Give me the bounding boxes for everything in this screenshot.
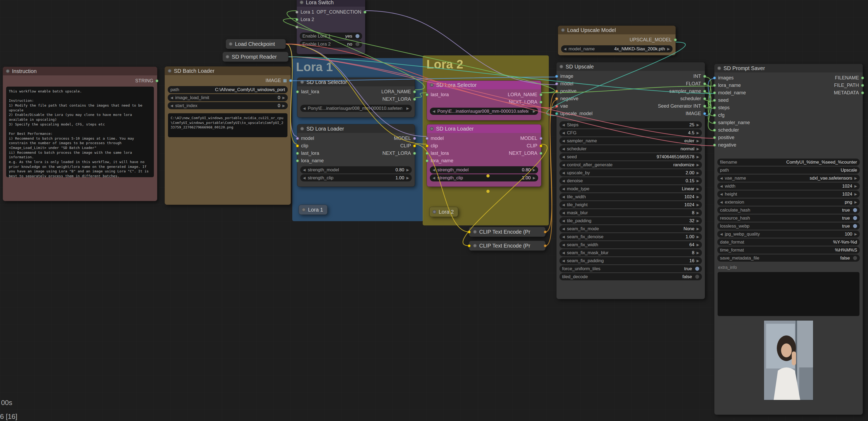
widget-width[interactable]: ◀width1024▶ — [717, 183, 860, 190]
widget-calculate_hash[interactable]: calculate_hashtrue — [717, 206, 860, 214]
stepper-left-arrow[interactable]: ◀ — [303, 176, 306, 180]
input-port-images[interactable] — [713, 76, 716, 79]
collapse-icon[interactable] — [226, 55, 229, 59]
toggle-knob[interactable] — [853, 216, 857, 220]
node-sd-batch-loader[interactable]: SD Batch Loader IMAGE▦ pathC:\AI\new_Com… — [164, 66, 291, 205]
output-port-FILE_PATH[interactable] — [861, 84, 864, 87]
widget-tiled_decode[interactable]: tiled_decodefalse — [559, 273, 702, 280]
widget-seed[interactable]: ◀seed974064651665578▶ — [559, 153, 702, 160]
stepper-left-arrow[interactable]: ◀ — [562, 123, 565, 127]
stepper-left-arrow[interactable]: ◀ — [562, 187, 565, 191]
widget-mask_blur[interactable]: ◀mask_blur8▶ — [559, 209, 702, 216]
input-port-image[interactable] — [555, 75, 558, 78]
stepper-left-arrow[interactable]: ◀ — [170, 104, 173, 108]
stepper-right-arrow[interactable]: ▶ — [696, 203, 699, 207]
widget-seam_fix_mask_blur[interactable]: ◀seam_fix_mask_blur8▶ — [559, 249, 702, 256]
stepper-left-arrow[interactable]: ◀ — [564, 47, 566, 51]
stepper-left-arrow[interactable]: ◀ — [562, 163, 565, 167]
stepper-left-arrow[interactable]: ◀ — [562, 243, 565, 247]
stepper-left-arrow[interactable]: ◀ — [433, 109, 435, 113]
node-sd-lora-loader-2[interactable]: SD Lora Loader modelMODELclipCLIPlast_lo… — [427, 124, 541, 187]
stepper-left-arrow[interactable]: ◀ — [720, 184, 723, 188]
node-sd-upscale[interactable]: SD Upscale imageINTmodelFLOATpositivesam… — [556, 62, 705, 299]
widget-image_load_limit[interactable]: ◀image_load_limit0▶ — [168, 94, 288, 101]
widget-jpg_webp_quality[interactable]: ◀jpg_webp_quality100▶ — [717, 230, 860, 238]
stepper-right-arrow[interactable]: ▶ — [696, 163, 699, 167]
widget-time_format[interactable]: time_format%H%M%S — [717, 247, 860, 254]
stepper-right-arrow[interactable]: ▶ — [855, 176, 857, 180]
input-port-last_lora[interactable] — [296, 152, 299, 155]
stepper-right-arrow[interactable]: ▶ — [696, 259, 699, 263]
widget-Enable Lora 1[interactable]: Enable Lora 1yes — [300, 33, 362, 40]
stepper-right-arrow[interactable]: ▶ — [855, 184, 857, 188]
output-port-UPSCALE_MODEL[interactable] — [674, 38, 677, 41]
output-port-LORA_NAME[interactable] — [413, 90, 416, 93]
stepper-left-arrow[interactable]: ◀ — [562, 147, 565, 151]
input-port-Lora 1[interactable] — [296, 11, 299, 13]
input-port-Lora 2[interactable] — [296, 18, 299, 21]
widget-scheduler[interactable]: ◀schedulernormal▶ — [559, 145, 702, 153]
collapse-icon[interactable] — [300, 1, 304, 4]
collapse-icon[interactable] — [6, 69, 9, 73]
stepper-right-arrow[interactable]: ▶ — [855, 192, 857, 196]
toggle-knob[interactable] — [853, 224, 857, 228]
widget-seam_fix_mode[interactable]: ◀seam_fix_modeNone▶ — [559, 225, 702, 232]
output-port-NEXT_LORA[interactable] — [539, 101, 542, 104]
input-port-scheduler[interactable] — [713, 129, 716, 132]
collapse-icon[interactable] — [559, 65, 563, 68]
input-port-positive[interactable] — [555, 90, 558, 93]
stepper-left-arrow[interactable]: ◀ — [562, 139, 565, 143]
node-sd-prompt-saver[interactable]: SD Prompt Saver imagesFILENAMElora_nameF… — [714, 64, 863, 415]
widget-model_name[interactable]: ◀model_name4x_NMKD-Siax_200k.pth▶ — [561, 45, 673, 53]
widget-denoise[interactable]: ◀denoise0.15▶ — [559, 177, 702, 184]
output-port-sampler_name[interactable] — [703, 90, 706, 93]
stepper-right-arrow[interactable]: ▶ — [696, 211, 699, 215]
widget-strength_clip[interactable]: ◀strength_clip1.00▶ — [430, 174, 538, 182]
output-port-LORA_NAME[interactable] — [539, 93, 542, 96]
stepper-left-arrow[interactable]: ◀ — [433, 176, 435, 180]
output-port-IMAGE[interactable] — [703, 112, 706, 115]
stepper-left-arrow[interactable]: ◀ — [562, 171, 565, 175]
stepper-right-arrow[interactable]: ▶ — [282, 96, 285, 100]
input-port-seed[interactable] — [713, 99, 716, 102]
output-port-OPT_CONNECTION[interactable] — [364, 11, 366, 13]
stepper-right-arrow[interactable]: ▶ — [533, 168, 535, 172]
input-port-lora_name[interactable] — [713, 84, 716, 87]
widget-start_index[interactable]: ◀start_index0▶ — [168, 102, 288, 109]
widget-height[interactable]: ◀height1024▶ — [717, 191, 860, 198]
stepper-left-arrow[interactable]: ◀ — [170, 96, 173, 100]
widget-Pony\E...ination\sugar008_mm-000010.safetensors[interactable]: ◀Pony\E...ination\sugar008_mm-000010.saf… — [430, 108, 538, 115]
node-clip-text-encode-2[interactable]: CLIP Text Encode (Pr — [469, 240, 546, 251]
input-port-last_lora[interactable] — [426, 152, 429, 155]
stepper-right-arrow[interactable]: ▶ — [696, 171, 699, 175]
stepper-left-arrow[interactable]: ◀ — [562, 211, 565, 215]
widget-upscale_by[interactable]: ◀upscale_by2.00▶ — [559, 169, 702, 176]
stepper-right-arrow[interactable]: ▶ — [696, 155, 699, 159]
input-port-negative[interactable] — [713, 143, 716, 147]
input-port-clip[interactable] — [426, 144, 429, 148]
stepper-right-arrow[interactable]: ▶ — [696, 123, 699, 127]
node-instruction[interactable]: Instruction STRING This workflow enable … — [3, 67, 157, 201]
input-port-unnamed[interactable] — [296, 26, 299, 29]
collapse-icon[interactable] — [430, 127, 434, 131]
collapse-icon[interactable] — [229, 42, 232, 46]
extra-info-textarea[interactable] — [718, 272, 860, 316]
widget-control_after_generate[interactable]: ◀control_after_generaterandomize▶ — [559, 161, 702, 168]
stepper-right-arrow[interactable]: ▶ — [696, 219, 699, 223]
stepper-left-arrow[interactable]: ◀ — [720, 200, 723, 204]
input-port-lora_name[interactable] — [426, 159, 429, 162]
batch-path-textarea[interactable]: C:\AI\new_ComfyUI_windows_portable_nvidi… — [168, 113, 287, 137]
output-port-CLIP[interactable] — [539, 144, 542, 148]
output-port-MODEL[interactable] — [413, 137, 416, 140]
widget-tile_height[interactable]: ◀tile_height1024▶ — [559, 201, 702, 208]
node-sd-prompt-reader[interactable]: SD Prompt Reader — [222, 52, 288, 62]
stepper-left-arrow[interactable]: ◀ — [433, 168, 435, 172]
stepper-left-arrow[interactable]: ◀ — [562, 155, 565, 159]
stepper-left-arrow[interactable]: ◀ — [562, 219, 565, 223]
input-port-upscale_model[interactable] — [555, 112, 558, 115]
stepper-right-arrow[interactable]: ▶ — [696, 195, 699, 199]
stepper-left-arrow[interactable]: ◀ — [562, 203, 565, 207]
toggle-knob[interactable] — [853, 208, 857, 212]
output-port-INT[interactable] — [703, 75, 706, 78]
input-port-model[interactable] — [555, 82, 558, 85]
